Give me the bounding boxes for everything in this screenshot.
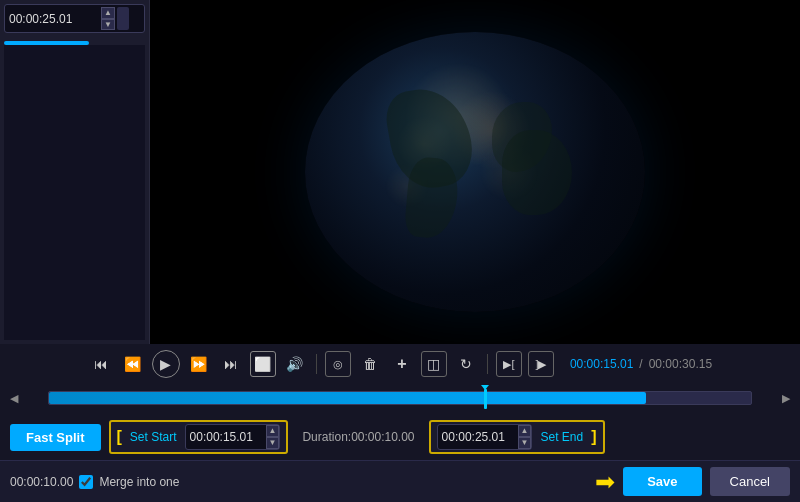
video-player bbox=[150, 0, 800, 344]
volume-button[interactable]: 🔊 bbox=[282, 351, 308, 377]
set-start-time-input-group: ▲ ▼ bbox=[185, 424, 281, 450]
skip-to-start-button[interactable]: ⏮ bbox=[88, 351, 114, 377]
current-time-display: 00:00:15.01 bbox=[570, 357, 633, 371]
action-bar-left: 00:00:10.00 Merge into one bbox=[10, 475, 179, 489]
sidebar-time-display[interactable]: ▲ ▼ bbox=[4, 4, 145, 33]
separator-1 bbox=[316, 354, 317, 374]
set-end-up-button[interactable]: ▲ bbox=[518, 425, 532, 437]
time-separator: / bbox=[639, 357, 642, 371]
split-controls: Fast Split [ Set Start ▲ ▼ Duration:00:0… bbox=[0, 414, 800, 460]
play-button[interactable]: ▶ bbox=[152, 350, 180, 378]
set-start-spinners: ▲ ▼ bbox=[266, 425, 280, 449]
sidebar-time-input[interactable] bbox=[9, 12, 99, 26]
sidebar-thumbnail bbox=[4, 45, 145, 340]
set-end-button[interactable]: Set End bbox=[536, 428, 587, 446]
go-to-start-button[interactable]: ▶[ bbox=[496, 351, 522, 377]
earth-lights bbox=[305, 32, 645, 312]
sidebar: ▲ ▼ bbox=[0, 0, 150, 344]
add-button[interactable]: + bbox=[389, 351, 415, 377]
sidebar-scroll-handle[interactable] bbox=[117, 7, 129, 30]
set-start-up-button[interactable]: ▲ bbox=[266, 425, 280, 437]
snapshot-button[interactable]: ◫ bbox=[421, 351, 447, 377]
bracket-open-icon: [ bbox=[117, 428, 122, 446]
merge-checkbox[interactable] bbox=[79, 475, 93, 489]
fast-split-button[interactable]: Fast Split bbox=[10, 424, 101, 451]
timeline-filled bbox=[49, 392, 646, 404]
sidebar-time-down[interactable]: ▼ bbox=[101, 19, 115, 31]
stop-button[interactable]: ⬜ bbox=[250, 351, 276, 377]
set-end-group: ▲ ▼ Set End ] bbox=[429, 420, 605, 454]
timeline-end-label: ▶ bbox=[782, 392, 790, 405]
timeline-playhead[interactable] bbox=[484, 389, 487, 409]
playback-controls: ⏮ ⏪ ▶ ⏩ ⏭ ⬜ 🔊 ◎ 🗑 + ◫ ↻ ▶[ ]▶ 00:00:15.0… bbox=[0, 344, 800, 384]
rotate-button[interactable]: ↻ bbox=[453, 351, 479, 377]
skip-to-end-button[interactable]: ⏭ bbox=[218, 351, 244, 377]
delete-button[interactable]: 🗑 bbox=[357, 351, 383, 377]
set-start-button[interactable]: Set Start bbox=[126, 428, 181, 446]
set-start-down-button[interactable]: ▼ bbox=[266, 437, 280, 449]
duration-label: Duration:00:00:10.00 bbox=[296, 430, 420, 444]
timeline-bar[interactable] bbox=[48, 391, 752, 405]
set-end-down-button[interactable]: ▼ bbox=[518, 437, 532, 449]
fast-forward-button[interactable]: ⏩ bbox=[186, 351, 212, 377]
go-to-end-button[interactable]: ]▶ bbox=[528, 351, 554, 377]
save-arrow-icon: ➡ bbox=[595, 468, 615, 496]
total-time-display: 00:00:30.15 bbox=[649, 357, 712, 371]
save-button[interactable]: Save bbox=[623, 467, 701, 496]
sidebar-time-arrows: ▲ ▼ bbox=[101, 7, 115, 30]
action-time-value: 00:00:10.00 bbox=[10, 475, 73, 489]
merge-label: Merge into one bbox=[99, 475, 179, 489]
timeline-track[interactable]: ◀ ▶ bbox=[10, 388, 790, 408]
set-start-group: [ Set Start ▲ ▼ bbox=[109, 420, 289, 454]
video-frame bbox=[305, 32, 645, 312]
set-end-time-input-group: ▲ ▼ bbox=[437, 424, 533, 450]
set-end-spinners: ▲ ▼ bbox=[518, 425, 532, 449]
cancel-button[interactable]: Cancel bbox=[710, 467, 790, 496]
loop-region-button[interactable]: ◎ bbox=[325, 351, 351, 377]
sidebar-time-up[interactable]: ▲ bbox=[101, 7, 115, 19]
set-start-time-field[interactable] bbox=[186, 428, 266, 446]
continent-africa bbox=[502, 130, 572, 215]
timeline-area: ◀ ▶ bbox=[0, 384, 800, 414]
bracket-close-icon: ] bbox=[591, 428, 596, 446]
action-bar: 00:00:10.00 Merge into one ➡ Save Cancel bbox=[0, 460, 800, 502]
timeline-start-label: ◀ bbox=[10, 392, 18, 405]
rewind-button[interactable]: ⏪ bbox=[120, 351, 146, 377]
set-end-time-field[interactable] bbox=[438, 428, 518, 446]
separator-2 bbox=[487, 354, 488, 374]
